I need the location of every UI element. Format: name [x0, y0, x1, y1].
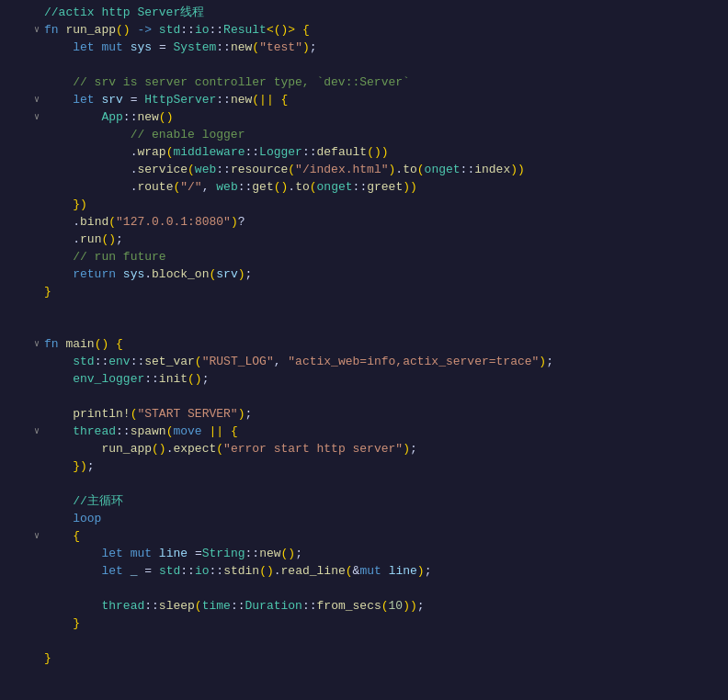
line-row: .run();	[0, 231, 728, 248]
line-row: })	[0, 196, 728, 213]
line-row: let mut sys = System::new("test");	[0, 39, 728, 56]
line-row	[0, 388, 728, 405]
line-row: // run future	[0, 248, 728, 265]
line-row	[0, 318, 728, 335]
code-editor: //actix http Server线程 ∨ fn run_app() -> …	[0, 0, 728, 700]
line-row	[0, 56, 728, 73]
line-row: loop	[0, 510, 728, 527]
line-row: // srv is server controller type, `dev::…	[0, 73, 728, 91]
line-row: run_app().expect("error start http serve…	[0, 440, 728, 457]
line-row: .wrap(middleware::Logger::default())	[0, 143, 728, 161]
line-row: .service(web::resource("/index.html").to…	[0, 161, 728, 178]
line-row: ∨ thread::spawn(move || {	[0, 423, 728, 440]
line-row	[0, 300, 728, 318]
line-row: //actix http Server线程	[0, 4, 728, 21]
line-row: return sys.block_on(srv);	[0, 265, 728, 283]
line-row: //主循环	[0, 492, 728, 510]
line-row: }	[0, 649, 728, 667]
line-row: }	[0, 283, 728, 300]
line-row: .route("/", web::get().to(onget::greet))	[0, 178, 728, 196]
line-row: std::env::set_var("RUST_LOG", "actix_web…	[0, 353, 728, 370]
line-row	[0, 580, 728, 597]
line-row: });	[0, 457, 728, 475]
line-row: ∨ fn main() {	[0, 335, 728, 353]
line-row: ∨ let srv = HttpServer::new(|| {	[0, 91, 728, 108]
line-row: thread::sleep(time::Duration::from_secs(…	[0, 597, 728, 615]
line-row: .bind("127.0.0.1:8080")?	[0, 213, 728, 231]
line-row	[0, 632, 728, 649]
line-row: // enable logger	[0, 126, 728, 143]
line-row: ∨ App::new()	[0, 108, 728, 126]
line-row	[0, 475, 728, 492]
line-row: let mut line =String::new();	[0, 545, 728, 562]
line-row: println!("START SERVER");	[0, 405, 728, 423]
line-row: ∨ {	[0, 527, 728, 545]
line-row: let _ = std::io::stdin().read_line(&mut …	[0, 562, 728, 580]
line-row: ∨ fn run_app() -> std::io::Result<()> {	[0, 21, 728, 39]
line-row: }	[0, 615, 728, 632]
line-row: env_logger::init();	[0, 370, 728, 388]
